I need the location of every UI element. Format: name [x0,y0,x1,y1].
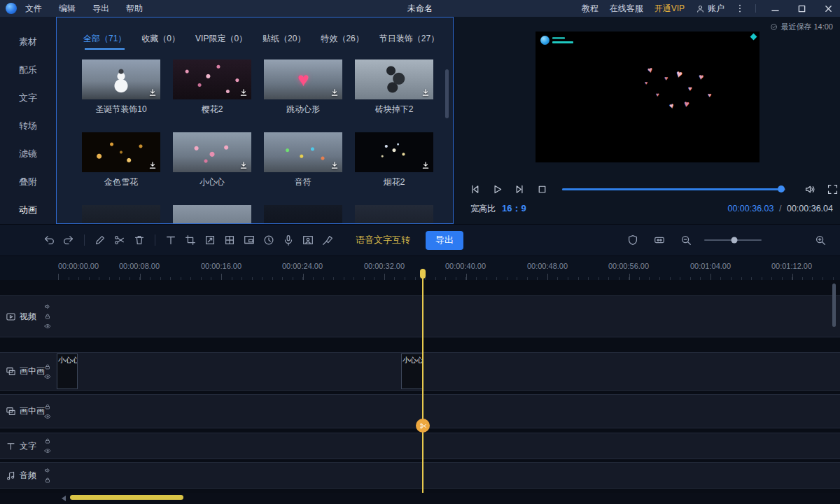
scroll-left-arrow-icon[interactable] [62,496,66,501]
progress-handle[interactable] [778,186,785,192]
record-voiceover-icon[interactable] [279,230,298,250]
split-scissors-icon[interactable] [110,230,130,250]
download-icon[interactable] [330,88,339,97]
library-scrollbar[interactable] [445,69,449,118]
download-icon[interactable] [239,88,248,97]
tab-stickers[interactable]: 贴纸（20） [262,33,305,50]
fullscreen-icon[interactable] [825,181,840,197]
sidebar-item-transitions[interactable]: 转场 [0,112,56,140]
library-item-thumbnail[interactable] [264,132,342,172]
next-frame-button[interactable] [512,181,527,197]
playhead-split-button[interactable] [416,419,430,433]
sidebar-item-music[interactable]: 配乐 [0,56,56,84]
text-tool-icon[interactable] [161,230,181,250]
track-lock-icon[interactable] [44,313,51,320]
library-item-thumbnail[interactable] [82,205,160,224]
track-audio-header[interactable]: 音频 [0,463,56,488]
timeline-horizontal-scrollbar[interactable] [0,495,840,502]
track-pip-2-header[interactable]: 画中画 [0,395,56,428]
download-icon[interactable] [148,88,157,97]
delete-icon[interactable] [130,230,149,250]
download-icon[interactable] [330,161,339,169]
library-item-thumbnail[interactable] [173,59,251,99]
stop-button[interactable] [534,181,550,197]
horizontal-scroll-thumb[interactable] [70,495,183,500]
playhead-handle[interactable] [420,269,426,279]
library-item-thumbnail[interactable] [264,205,342,224]
styling-brush-icon[interactable] [318,230,337,250]
portrait-icon[interactable] [298,230,318,250]
track-volume-icon[interactable] [44,467,51,474]
volume-icon[interactable] [802,181,818,197]
tab-effects[interactable]: 特效（26） [321,33,363,50]
app-logo-icon[interactable] [6,3,17,14]
menu-help[interactable]: 帮助 [126,3,143,15]
zoom-in-icon[interactable] [811,230,830,250]
menu-file[interactable]: 文件 [25,3,42,15]
track-visibility-icon[interactable] [44,447,51,454]
split-screen-icon[interactable] [220,230,239,250]
duration-icon[interactable] [259,230,279,250]
sidebar-item-text[interactable]: 文字 [0,84,56,112]
library-item-thumbnail[interactable] [264,59,342,99]
menu-edit[interactable]: 编辑 [59,3,76,15]
library-item-thumbnail[interactable] [355,59,433,99]
track-visibility-icon[interactable] [44,373,51,380]
download-icon[interactable] [148,161,157,169]
selection-handle-icon[interactable] [750,34,757,41]
timeline-clip[interactable]: 小心心 [57,354,78,389]
timeline-zoom-handle[interactable] [731,237,737,244]
library-item-thumbnail[interactable] [173,132,251,172]
sidebar-item-animation[interactable]: 动画 [0,196,56,224]
download-icon[interactable] [421,88,430,97]
track-visibility-icon[interactable] [44,323,51,330]
preview-progress-slider[interactable] [562,188,785,190]
crop-icon[interactable] [181,230,200,250]
play-button[interactable] [489,181,505,197]
maximize-button[interactable] [794,1,809,15]
previous-frame-button[interactable] [467,181,482,197]
track-video-header[interactable]: 视频 [0,296,56,337]
speech-text-convert-button[interactable]: 语音文字互转 [356,234,410,246]
transform-icon[interactable] [200,230,220,250]
aspect-ratio-value[interactable]: 16：9 [502,202,526,215]
edit-icon[interactable] [90,230,110,250]
library-item-thumbnail[interactable] [82,59,160,99]
library-item-thumbnail[interactable] [355,205,433,224]
support-link[interactable]: 在线客服 [610,3,643,15]
playhead[interactable] [422,269,424,493]
pip-icon[interactable] [239,230,259,250]
export-button[interactable]: 导出 [426,231,463,250]
tab-favorites[interactable]: 收藏（0） [141,33,180,50]
track-visibility-icon[interactable] [44,413,51,420]
library-item-thumbnail[interactable] [82,132,160,172]
tutorial-link[interactable]: 教程 [582,3,598,15]
track-lock-icon[interactable] [44,438,51,444]
menu-export[interactable]: 导出 [92,3,109,15]
mark-icon[interactable] [623,230,643,250]
more-menu-icon[interactable] [736,4,744,13]
account-button[interactable]: 账户 [696,3,724,15]
fit-timeline-icon[interactable] [650,230,669,250]
track-lock-icon[interactable] [44,477,51,484]
sidebar-item-overlays[interactable]: 叠附 [0,168,56,196]
tab-holiday[interactable]: 节日装饰（27） [379,33,439,50]
timeline-zoom-slider[interactable] [704,239,762,241]
redo-icon[interactable] [59,230,78,250]
library-item-thumbnail[interactable] [355,132,433,172]
track-text-header[interactable]: 文字 [0,433,56,458]
library-item-thumbnail[interactable] [173,205,251,224]
tab-vip-only[interactable]: VIP限定（0） [195,33,247,50]
minimize-button[interactable] [767,1,783,15]
download-icon[interactable] [421,161,430,169]
sidebar-item-filters[interactable]: 滤镜 [0,140,56,168]
track-volume-icon[interactable] [44,303,51,310]
undo-icon[interactable] [39,230,59,250]
track-lock-icon[interactable] [44,403,51,410]
vertical-scroll-thumb[interactable] [832,284,836,327]
track-pip-1-header[interactable]: 画中画 [0,353,56,390]
zoom-out-icon[interactable] [676,230,696,250]
vip-button[interactable]: 开通VIP [654,3,685,15]
timeline-clip[interactable]: 小心心 [401,354,423,389]
download-icon[interactable] [239,161,248,169]
